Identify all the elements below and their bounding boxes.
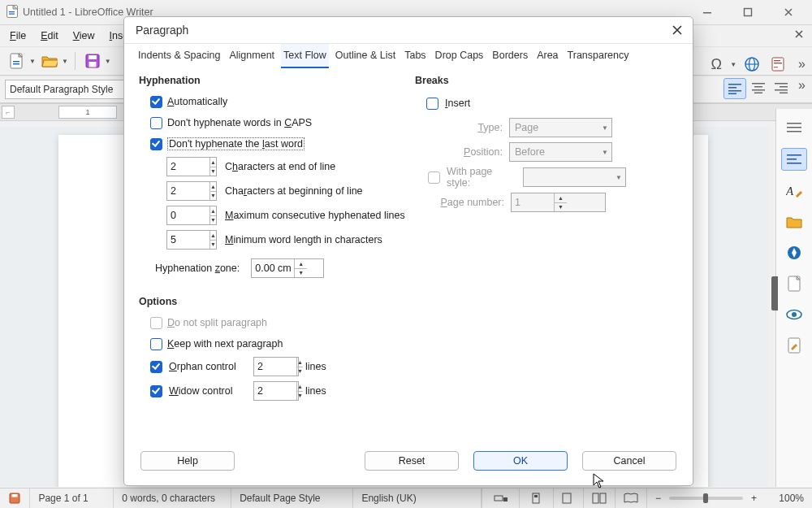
status-sig-icon[interactable] — [520, 488, 553, 508]
svg-rect-31 — [787, 127, 801, 128]
status-save-icon[interactable] — [0, 488, 30, 508]
sidebar-gallery-icon[interactable] — [782, 211, 806, 232]
open-icon[interactable] — [39, 50, 60, 72]
special-char-icon[interactable]: Ω — [706, 54, 727, 75]
cancel-button[interactable]: Cancel — [582, 451, 676, 471]
orphan-value[interactable] — [254, 358, 296, 376]
chars-end-value[interactable] — [167, 158, 209, 176]
up-icon[interactable]: ▲ — [210, 206, 216, 215]
no-caps-checkbox[interactable] — [150, 117, 162, 129]
tab-text-flow[interactable]: Text Flow — [281, 44, 329, 68]
toolbar-overflow-icon[interactable]: » — [798, 57, 806, 72]
sidebar-navigator-icon[interactable] — [782, 242, 806, 263]
open-dropdown-icon[interactable]: ▼ — [62, 58, 68, 65]
up-icon[interactable]: ▲ — [210, 231, 216, 240]
align-right-icon[interactable] — [771, 78, 792, 98]
chars-begin-value[interactable] — [167, 182, 209, 200]
chars-end-up[interactable]: ▲ — [210, 158, 216, 167]
status-view-multi-icon[interactable] — [584, 488, 615, 508]
orphan-checkbox[interactable] — [150, 361, 162, 373]
status-selection-icon[interactable] — [482, 488, 520, 508]
dialog-title: Paragraph — [136, 24, 188, 37]
widow-value[interactable] — [254, 382, 296, 400]
automatically-checkbox[interactable] — [150, 96, 162, 108]
chars-end-spin[interactable]: ▲▼ — [166, 157, 217, 176]
menu-file[interactable]: File — [10, 30, 26, 41]
new-doc-dropdown-icon[interactable]: ▼ — [29, 58, 36, 65]
hyperlink-icon[interactable] — [741, 54, 762, 75]
down-icon[interactable]: ▼ — [297, 391, 303, 401]
tab-outline-list[interactable]: Outline & List — [333, 44, 398, 68]
sidebar-inspector-icon[interactable] — [782, 304, 806, 325]
align-left-icon[interactable] — [723, 78, 746, 99]
page-number-label: Page number: — [439, 197, 504, 208]
paragraph-style-selector[interactable]: Default Paragraph Style — [5, 80, 124, 99]
no-last-word-checkbox[interactable] — [150, 138, 162, 150]
style-toolbar-overflow-icon[interactable]: » — [798, 78, 806, 99]
up-icon[interactable]: ▲ — [297, 358, 303, 367]
ok-button[interactable]: OK — [473, 451, 568, 471]
new-doc-icon[interactable] — [6, 50, 28, 72]
up-icon[interactable]: ▲ — [295, 259, 307, 268]
sidebar-changes-icon[interactable] — [782, 335, 806, 356]
sidebar-properties-icon[interactable] — [782, 117, 806, 138]
close-button[interactable] — [778, 6, 799, 19]
special-char-dropdown-icon[interactable]: ▼ — [730, 61, 736, 68]
menu-edit[interactable]: Edit — [41, 30, 58, 41]
chars-end-down[interactable]: ▼ — [210, 167, 216, 176]
status-words[interactable]: 0 words, 0 characters — [114, 488, 231, 508]
status-page-style[interactable]: Default Page Style — [231, 488, 353, 508]
align-center-icon[interactable] — [748, 78, 769, 98]
max-consec-value[interactable] — [167, 206, 209, 224]
tab-tabs[interactable]: Tabs — [402, 44, 428, 68]
tab-transparency[interactable]: Transparency — [565, 44, 632, 68]
save-dropdown-icon[interactable]: ▼ — [105, 58, 111, 65]
widow-checkbox[interactable] — [150, 385, 162, 397]
options-title: Options — [139, 296, 407, 307]
menu-view[interactable]: View — [73, 30, 95, 41]
up-icon[interactable]: ▲ — [210, 182, 216, 191]
down-icon[interactable]: ▼ — [295, 268, 307, 278]
reset-button[interactable]: Reset — [365, 451, 459, 471]
dialog-close-button[interactable] — [672, 24, 683, 36]
min-word-len-spin[interactable]: ▲▼ — [166, 230, 217, 250]
tab-borders[interactable]: Borders — [490, 44, 530, 68]
up-icon[interactable]: ▲ — [297, 382, 303, 391]
zoom-in-icon[interactable]: + — [748, 488, 763, 508]
sidebar-handle[interactable] — [771, 276, 778, 310]
sidebar-character-icon[interactable]: A — [782, 180, 806, 202]
zoom-out-icon[interactable]: − — [647, 488, 664, 508]
insert-break-checkbox[interactable] — [426, 98, 438, 110]
chars-begin-spin[interactable]: ▲▼ — [166, 181, 217, 201]
orphan-spin[interactable]: ▲▼ — [253, 357, 299, 376]
status-view-book-icon[interactable] — [615, 488, 647, 508]
status-page[interactable]: Page 1 of 1 — [30, 488, 114, 508]
tab-area[interactable]: Area — [534, 44, 560, 68]
keep-next-checkbox[interactable] — [150, 338, 162, 350]
footnote-icon[interactable] — [767, 54, 788, 75]
tab-drop-caps[interactable]: Drop Caps — [433, 44, 486, 68]
help-button[interactable]: Help — [140, 451, 235, 471]
hyph-zone-value[interactable] — [252, 259, 294, 277]
status-view-single-icon[interactable] — [554, 488, 584, 508]
down-icon[interactable]: ▼ — [297, 367, 303, 376]
down-icon[interactable]: ▼ — [210, 215, 216, 225]
maximize-button[interactable] — [737, 6, 758, 19]
tab-indents-spacing[interactable]: Indents & Spacing — [136, 44, 222, 68]
down-icon[interactable]: ▼ — [210, 191, 216, 201]
min-word-len-value[interactable] — [167, 231, 209, 249]
save-icon[interactable] — [82, 50, 103, 72]
svg-rect-49 — [593, 493, 598, 503]
down-icon[interactable]: ▼ — [210, 240, 216, 250]
hyph-zone-spin[interactable]: ▲▼ — [251, 258, 324, 278]
minimize-button[interactable] — [697, 6, 718, 19]
zoom-slider[interactable] — [669, 497, 743, 500]
widow-spin[interactable]: ▲▼ — [253, 381, 299, 401]
max-consec-spin[interactable]: ▲▼ — [166, 206, 217, 225]
status-zoom[interactable]: 100% — [763, 488, 812, 508]
document-close-icon[interactable] — [794, 29, 804, 41]
tab-alignment[interactable]: Alignment — [227, 44, 277, 68]
sidebar-page-icon[interactable] — [782, 273, 806, 294]
sidebar-style-icon[interactable] — [781, 148, 807, 171]
status-language[interactable]: English (UK) — [353, 488, 482, 508]
